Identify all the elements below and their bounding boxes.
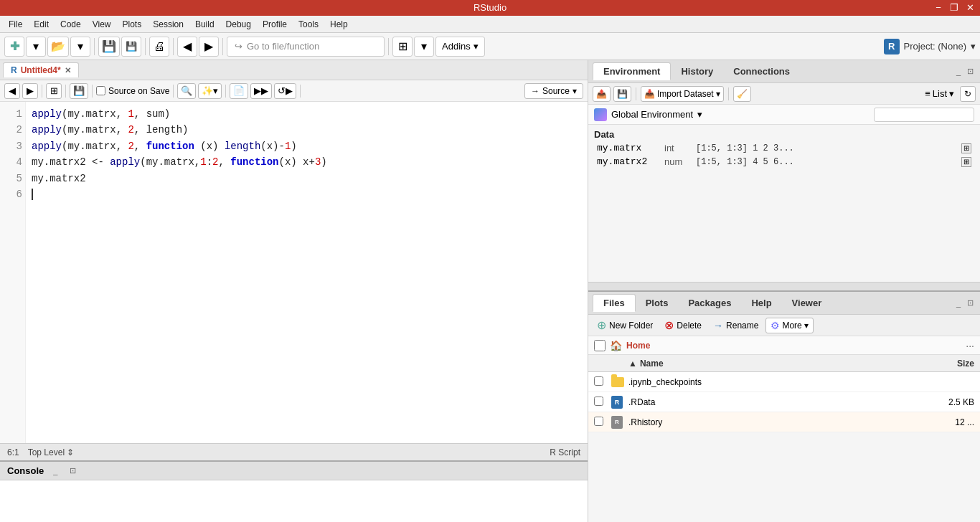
restore-button[interactable]: ❐ <box>948 2 960 14</box>
delete-button[interactable]: ⊗ Delete <box>660 318 706 333</box>
tab-help[interactable]: Help <box>741 295 781 311</box>
global-env-dropdown-icon[interactable]: ▾ <box>697 109 702 120</box>
global-env-label[interactable]: Global Environment <box>611 109 693 120</box>
code-content[interactable]: apply(my.matrx, 1, sum) apply(my.matrx, … <box>26 102 588 443</box>
files-pane-maximize-button[interactable]: ⊡ <box>964 298 976 309</box>
source-on-save-label[interactable]: Source on Save <box>96 86 169 96</box>
tab-close-button[interactable]: ✕ <box>65 66 71 75</box>
menu-item-file[interactable]: File <box>3 18 28 31</box>
run-button[interactable]: ▶▶ <box>250 83 272 99</box>
rerun-button[interactable]: ↺▶ <box>274 83 296 99</box>
addins-button[interactable]: Addins ▾ <box>435 37 485 57</box>
code-tools-button[interactable]: ✨ ▾ <box>198 83 222 99</box>
env-grid-icon-2[interactable]: ⊞ <box>961 157 971 167</box>
file-checkbox-rhistory[interactable] <box>594 417 603 426</box>
file-row-ipynb[interactable]: .ipynb_checkpoints <box>588 372 980 392</box>
toolbar-separator-1 <box>94 38 95 55</box>
source-arrow-icon: → <box>531 86 540 96</box>
print-button[interactable]: 🖨 <box>149 37 169 57</box>
back-button[interactable]: ◀ <box>177 37 197 57</box>
editor-save-button[interactable]: 💾 <box>70 83 88 99</box>
editor-jump-button[interactable]: ⊞ <box>46 83 62 99</box>
console-maximize-button[interactable]: ⊡ <box>67 465 78 477</box>
menu-item-view[interactable]: View <box>87 18 117 31</box>
open-file-button[interactable]: 📂 <box>47 37 69 57</box>
editor-forward-button[interactable]: ▶ <box>22 83 38 99</box>
console-body[interactable] <box>0 480 588 522</box>
close-button[interactable]: ✕ <box>964 2 976 14</box>
r-file-icon: R <box>11 65 17 75</box>
editor-back-button[interactable]: ◀ <box>4 83 20 99</box>
file-checkbox-ipynb[interactable] <box>594 376 603 386</box>
files-tabs: Files Plots Packages Help Viewer _ ⊡ <box>588 292 980 315</box>
new-file-dropdown-button[interactable]: ▾ <box>26 37 46 57</box>
forward-button[interactable]: ▶ <box>199 37 219 57</box>
find-button[interactable]: 🔍 <box>177 83 196 99</box>
menu-item-code[interactable]: Code <box>55 18 87 31</box>
menu-item-debug[interactable]: Debug <box>220 18 257 31</box>
tab-plots[interactable]: Plots <box>636 295 679 311</box>
env-row-my-matrx2[interactable]: my.matrx2 num [1:5, 1:3] 4 5 6... ⊞ <box>594 155 974 169</box>
files-select-all-checkbox[interactable] <box>594 340 606 351</box>
file-row-rhistory[interactable]: R .Rhistory 12 ... <box>588 412 980 432</box>
minimize-button[interactable]: − <box>933 2 944 14</box>
env-load-button[interactable]: 📤 <box>593 86 611 102</box>
editor-statusbar: 6:1 Top Level ⇕ R Script <box>0 443 588 460</box>
tab-viewer[interactable]: Viewer <box>782 295 832 311</box>
editor-tab-untitled4[interactable]: R Untitled4* ✕ <box>3 62 79 77</box>
menu-item-session[interactable]: Session <box>147 18 189 31</box>
layout-button[interactable]: ⊞ <box>392 37 413 57</box>
code-editor[interactable]: 1 2 3 4 5 6 apply(my.matrx, 1, sum) appl… <box>0 102 588 443</box>
console-pane: Console _ ⊡ <box>0 460 588 522</box>
source-on-save-checkbox[interactable] <box>96 86 105 95</box>
more-button[interactable]: ⚙ More ▾ <box>765 318 813 333</box>
menu-item-tools[interactable]: Tools <box>293 18 324 31</box>
save-button[interactable]: 💾 <box>98 37 120 57</box>
env-grid-icon-1[interactable]: ⊞ <box>961 143 971 153</box>
tab-environment[interactable]: Environment <box>593 62 671 80</box>
file-row-rdata[interactable]: R .RData 2.5 KB <box>588 392 980 412</box>
env-row-my-matrx[interactable]: my.matrx int [1:5, 1:3] 1 2 3... ⊞ <box>594 141 974 155</box>
list-lines-icon: ≡ <box>925 88 930 99</box>
refresh-env-button[interactable]: ↻ <box>960 86 976 102</box>
menu-item-plots[interactable]: Plots <box>117 18 148 31</box>
env-pane-maximize-button[interactable]: ⊡ <box>964 66 976 77</box>
header-name-col[interactable]: ▲ Name <box>628 359 917 369</box>
env-horizontal-scrollbar[interactable] <box>588 282 980 290</box>
list-dropdown-icon[interactable]: ▾ <box>949 88 954 99</box>
source-button[interactable]: → Source ▾ <box>524 83 583 99</box>
environment-search-input[interactable] <box>874 108 974 122</box>
files-pane-minimize-button[interactable]: _ <box>953 298 964 309</box>
tab-packages[interactable]: Packages <box>678 295 741 311</box>
tab-connections[interactable]: Connections <box>723 63 800 80</box>
new-folder-button[interactable]: ⊕ New Folder <box>593 318 657 333</box>
console-minimize-button[interactable]: _ <box>50 465 61 477</box>
compile-button[interactable]: 📄 <box>230 83 248 99</box>
layout-dropdown-button[interactable]: ▾ <box>414 37 434 57</box>
env-pane-minimize-button[interactable]: _ <box>953 66 964 77</box>
env-save-button[interactable]: 💾 <box>613 86 631 102</box>
menu-item-build[interactable]: Build <box>189 18 220 31</box>
toolbar-separator-4 <box>222 38 223 55</box>
env-name-2: my.matrx2 <box>597 156 661 167</box>
clear-env-button[interactable]: 🧹 <box>733 86 751 102</box>
open-file-dropdown-button[interactable]: ▾ <box>70 37 90 57</box>
new-file-button[interactable]: ✚ <box>4 37 24 57</box>
files-ellipsis[interactable]: ··· <box>966 340 974 351</box>
level-dropdown-icon[interactable]: ⇕ <box>67 447 74 457</box>
import-dataset-button[interactable]: 📥 Import Dataset ▾ <box>641 86 724 102</box>
menu-item-profile[interactable]: Profile <box>257 18 293 31</box>
rename-button[interactable]: → Rename <box>709 318 763 333</box>
file-checkbox-rdata[interactable] <box>594 397 603 406</box>
wand-icon: ✨ <box>202 85 213 96</box>
env-save-icon: 💾 <box>617 89 628 99</box>
menu-item-edit[interactable]: Edit <box>28 18 55 31</box>
goto-file-field[interactable]: ↪ Go to file/function <box>227 37 385 57</box>
save-all-button[interactable]: 💾 <box>121 37 141 57</box>
menu-item-help[interactable]: Help <box>324 18 354 31</box>
tab-history[interactable]: History <box>671 63 723 80</box>
rerun-icon: ↺▶ <box>278 85 293 96</box>
project-dropdown-icon[interactable]: ▾ <box>971 41 976 52</box>
tab-files[interactable]: Files <box>593 294 636 312</box>
editor-pane: R Untitled4* ✕ ◀ ▶ ⊞ 💾 <box>0 60 588 460</box>
